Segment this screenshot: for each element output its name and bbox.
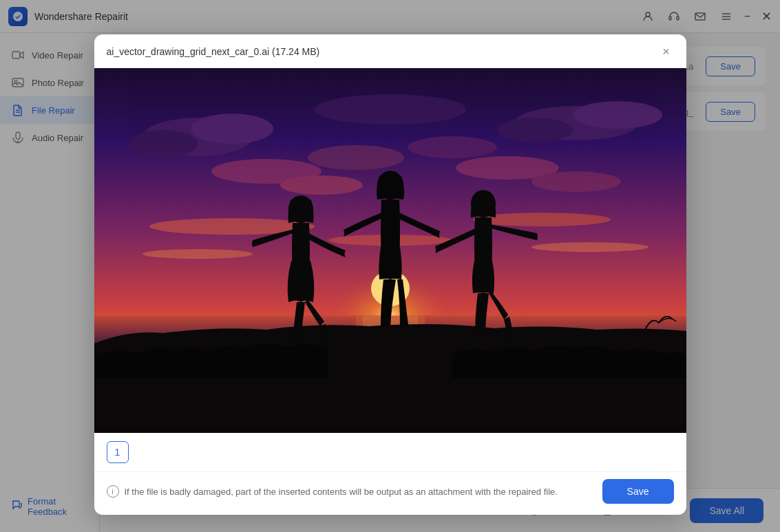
dialog-pagination: 1: [94, 433, 686, 471]
svg-point-30: [531, 171, 621, 192]
dialog-filename: ai_vector_drawing_grid_next_car_0.ai (17…: [107, 46, 320, 57]
info-icon: i: [107, 485, 119, 498]
dialog-footer: i If the file is badly damaged, part of …: [94, 471, 686, 515]
svg-point-24: [315, 94, 466, 125]
dialog-close-button[interactable]: ×: [659, 44, 674, 59]
dialog-save-button[interactable]: Save: [602, 479, 674, 504]
svg-point-22: [573, 101, 662, 129]
svg-point-28: [280, 175, 363, 195]
svg-point-23: [497, 118, 573, 142]
svg-point-25: [308, 145, 404, 170]
dialog-header: ai_vector_drawing_grid_next_car_0.ai (17…: [94, 34, 686, 68]
page-number-1[interactable]: 1: [107, 441, 129, 463]
svg-point-34: [143, 249, 253, 259]
preview-dialog: ai_vector_drawing_grid_next_car_0.ai (17…: [94, 34, 686, 515]
dialog-info: i If the file is badly damaged, part of …: [107, 485, 602, 498]
svg-point-35: [531, 242, 649, 252]
svg-point-26: [408, 136, 497, 158]
svg-point-20: [129, 130, 198, 158]
svg-point-19: [191, 114, 273, 144]
dialog-info-text: If the file is badly damaged, part of th…: [125, 487, 558, 497]
dialog-image: [94, 68, 686, 433]
